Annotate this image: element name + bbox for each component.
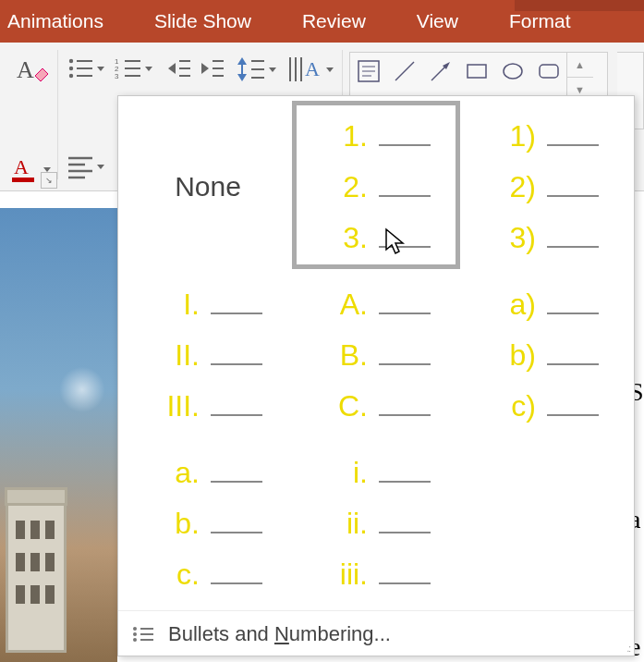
footer-text: Bullets and Numbering... bbox=[168, 622, 391, 646]
placeholder-line bbox=[547, 144, 599, 146]
none-label: None bbox=[175, 171, 241, 202]
svg-point-3 bbox=[69, 59, 73, 63]
shape-line[interactable] bbox=[388, 55, 421, 88]
numbering-option-upper-alpha[interactable]: A. B. C. bbox=[293, 270, 459, 436]
thumbnail-building-graphic bbox=[6, 499, 67, 653]
tab-animations[interactable]: Animations bbox=[7, 10, 103, 32]
gallery-scroll-up[interactable]: ▲ bbox=[567, 53, 593, 78]
shape-textbox[interactable] bbox=[352, 55, 385, 88]
numbering-option-lower-alpha-period[interactable]: a. b. c. bbox=[125, 438, 291, 605]
tab-view[interactable]: View bbox=[417, 10, 458, 32]
svg-point-52 bbox=[133, 638, 137, 642]
chevron-down-icon[interactable] bbox=[96, 160, 105, 173]
num-label: c. bbox=[153, 558, 200, 592]
placeholder-line bbox=[547, 363, 599, 365]
chevron-down-icon[interactable] bbox=[96, 62, 105, 75]
numbering-option-upper-roman[interactable]: I. II. III. bbox=[125, 270, 291, 436]
title-bar-overlay bbox=[515, 0, 644, 11]
num-label: a. bbox=[153, 456, 200, 490]
shape-oval[interactable] bbox=[496, 55, 529, 88]
placeholder-line bbox=[211, 363, 262, 365]
increase-indent-button[interactable] bbox=[198, 55, 225, 81]
svg-text:A: A bbox=[14, 155, 29, 178]
num-label: A. bbox=[322, 288, 368, 322]
shape-rounded-rect[interactable] bbox=[532, 55, 565, 88]
svg-text:A: A bbox=[17, 56, 34, 83]
svg-rect-2 bbox=[12, 178, 34, 182]
num-label: b) bbox=[490, 338, 536, 373]
placeholder-line bbox=[379, 246, 431, 248]
numbering-options-grid: None 1. 2. 3. 1) 2) 3) I. II. III. A. B.… bbox=[118, 96, 634, 610]
num-label: c) bbox=[490, 389, 536, 423]
placeholder-line bbox=[211, 582, 262, 584]
text-direction-icon: A bbox=[286, 54, 323, 85]
bullets-button[interactable] bbox=[67, 55, 105, 81]
chevron-down-icon[interactable] bbox=[268, 63, 277, 76]
bullets-icon bbox=[131, 624, 155, 644]
placeholder-line bbox=[211, 313, 262, 314]
placeholder-line bbox=[379, 363, 431, 365]
tab-format[interactable]: Format bbox=[509, 10, 571, 32]
align-left-button[interactable] bbox=[67, 153, 105, 179]
num-label: B. bbox=[322, 338, 368, 373]
placeholder-line bbox=[547, 246, 599, 248]
resize-grip-icon[interactable]: .: bbox=[626, 644, 630, 654]
numbering-icon: 1 2 3 bbox=[115, 55, 142, 81]
shape-arrow-line[interactable] bbox=[424, 55, 457, 88]
num-label: C. bbox=[322, 389, 368, 423]
svg-point-48 bbox=[133, 627, 137, 631]
placeholder-line bbox=[379, 414, 431, 416]
slide-thumbnail-sliver bbox=[0, 208, 117, 662]
chevron-down-icon[interactable] bbox=[144, 62, 153, 75]
svg-marker-23 bbox=[201, 63, 209, 74]
num-label: ii. bbox=[322, 507, 368, 541]
svg-point-5 bbox=[69, 67, 73, 70]
num-label: 3. bbox=[322, 221, 368, 255]
font-dialog-launcher[interactable]: ↘ bbox=[41, 172, 57, 189]
svg-text:A: A bbox=[305, 57, 320, 80]
num-label: III. bbox=[153, 389, 200, 423]
num-label: 1. bbox=[322, 119, 368, 153]
numbering-option-num-paren[interactable]: 1) 2) 3) bbox=[461, 102, 627, 268]
num-label: 2. bbox=[322, 170, 368, 204]
num-label: a) bbox=[490, 288, 536, 322]
shape-rectangle[interactable] bbox=[460, 55, 493, 88]
svg-marker-19 bbox=[168, 63, 176, 74]
placeholder-line bbox=[547, 414, 599, 416]
svg-text:3: 3 bbox=[115, 72, 119, 80]
tab-review[interactable]: Review bbox=[302, 10, 366, 32]
font-color-icon: A bbox=[9, 153, 41, 185]
line-spacing-button[interactable] bbox=[235, 55, 277, 83]
placeholder-line bbox=[379, 195, 431, 197]
num-label: I. bbox=[153, 288, 200, 322]
num-label: iii. bbox=[322, 558, 368, 592]
numbering-button[interactable]: 1 2 3 bbox=[115, 55, 153, 81]
numbering-option-blank[interactable] bbox=[461, 438, 627, 605]
bullets-and-numbering-link[interactable]: Bullets and Numbering... .: bbox=[118, 610, 634, 656]
numbering-option-none[interactable]: None bbox=[125, 102, 291, 268]
svg-rect-44 bbox=[468, 65, 486, 78]
clear-formatting-button[interactable]: A bbox=[15, 55, 50, 85]
num-label: 3) bbox=[490, 221, 536, 255]
numbering-option-num-period[interactable]: 1. 2. 3. bbox=[293, 102, 459, 268]
placeholder-line bbox=[211, 532, 262, 533]
placeholder-line bbox=[379, 481, 431, 483]
svg-rect-46 bbox=[540, 65, 558, 78]
num-label: 1) bbox=[490, 119, 536, 153]
numbering-dropdown-panel: None 1. 2. 3. 1) 2) 3) I. II. III. A. B.… bbox=[117, 95, 635, 656]
numbering-option-lower-alpha-paren[interactable]: a) b) c) bbox=[461, 270, 627, 436]
tab-slide-show[interactable]: Slide Show bbox=[154, 10, 251, 32]
placeholder-line bbox=[547, 313, 599, 314]
numbering-option-lower-roman[interactable]: i. ii. iii. bbox=[293, 438, 459, 605]
decrease-indent-button[interactable] bbox=[164, 55, 192, 81]
placeholder-line bbox=[379, 582, 431, 584]
num-label: i. bbox=[322, 456, 368, 490]
svg-point-50 bbox=[133, 632, 137, 636]
svg-line-41 bbox=[395, 62, 414, 80]
increase-indent-icon bbox=[198, 55, 225, 81]
decrease-indent-icon bbox=[164, 55, 192, 81]
line-spacing-icon bbox=[235, 55, 266, 83]
align-left-icon bbox=[67, 153, 94, 179]
chevron-down-icon[interactable] bbox=[325, 63, 334, 76]
text-direction-button[interactable]: A bbox=[286, 54, 334, 85]
